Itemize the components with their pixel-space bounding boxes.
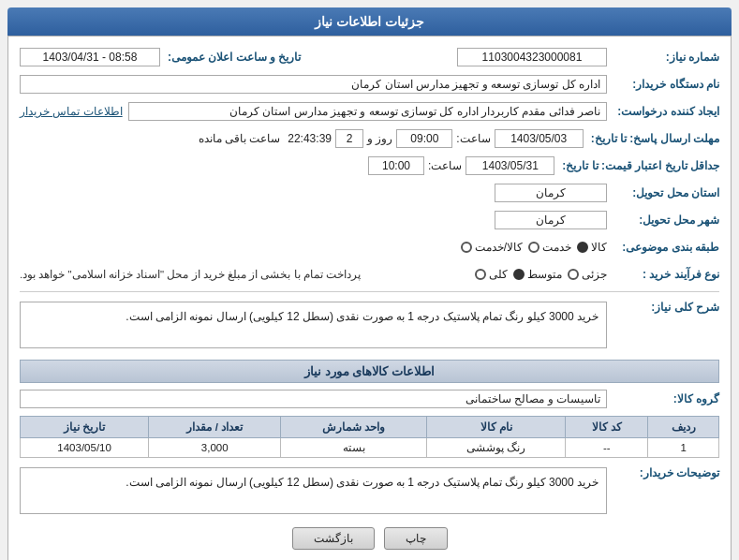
tabaqe-radio-kala[interactable]: کالا bbox=[577, 241, 607, 254]
shomara-niaz-label: شماره نیاز: bbox=[607, 51, 719, 64]
goods-table: ردیف کد کالا نام کالا واحد شمارش تعداد /… bbox=[20, 416, 719, 458]
jadval-date: 1403/05/31 bbox=[466, 156, 554, 175]
noe-radio-koli-label: کلی bbox=[489, 268, 508, 281]
tabaqe-radio-kala-khedmat[interactable]: کالا/خدمت bbox=[461, 241, 523, 254]
noe-radio-jozi-label: جزئی bbox=[582, 268, 607, 281]
tabaqe-label: طبقه بندی موضوعی: bbox=[607, 241, 719, 254]
nam-label: نام دستگاه خریدار: bbox=[607, 78, 719, 91]
tabaqe-radio-kala-khedmat-label: کالا/خدمت bbox=[475, 241, 523, 254]
tabaqe-options: کالا/خدمت خدمت کالا bbox=[20, 241, 607, 254]
tarikh-label: تاریخ و ساعت اعلان عمومی: bbox=[160, 51, 301, 64]
noe-radio-motevaset-label: متوسط bbox=[527, 268, 562, 281]
print-button[interactable]: چاپ bbox=[384, 527, 448, 550]
jadval-saat: 10:00 bbox=[368, 156, 424, 175]
shahr-value: کرمان bbox=[495, 211, 607, 229]
goods-table-section: ردیف کد کالا نام کالا واحد شمارش تعداد /… bbox=[20, 416, 719, 458]
tabaqe-circle-kala-khedmat bbox=[461, 242, 472, 253]
tozihat-value: خرید 3000 کیلو رنگ تمام پلاستیک درجه 1 ب… bbox=[20, 467, 607, 514]
shahr-label: شهر محل تحویل: bbox=[607, 214, 719, 227]
tabaqe-circle-kala bbox=[577, 242, 588, 253]
mohlat-mande-label: ساعت باقی مانده bbox=[195, 132, 285, 145]
col-tarikh: تاریخ نیاز bbox=[21, 417, 149, 438]
mohlat-label: مهلت ارسال پاسخ: تا تاریخ: bbox=[584, 132, 719, 145]
page-title: جزئیات اطلاعات نیاز bbox=[315, 14, 424, 29]
group-label: گروه کالا: bbox=[607, 392, 719, 405]
page-header: جزئیات اطلاعات نیاز bbox=[7, 7, 732, 36]
tarikh-value: 1403/04/31 - 08:58 bbox=[20, 48, 160, 66]
mohlat-saat-label: ساعت: bbox=[452, 132, 494, 145]
shomara-niaz-value: 1103004323000081 bbox=[457, 48, 607, 66]
button-area: چاپ بازگشت bbox=[20, 527, 719, 555]
noe-circle-koli bbox=[475, 269, 486, 280]
tabaqe-circle-khedmat bbox=[528, 242, 539, 253]
col-kod-kala: کد کالا bbox=[566, 417, 648, 438]
back-button[interactable]: بازگشت bbox=[292, 527, 375, 550]
mohlat-date: 1403/05/03 bbox=[495, 129, 584, 148]
col-vahed: واحد شمارش bbox=[281, 417, 427, 438]
mohlat-saat: 09:00 bbox=[396, 129, 452, 148]
ettelaat-kala-title: اطلاعات کالاهای مورد نیاز bbox=[20, 360, 719, 383]
mohlat-rooz-value: 2 bbox=[335, 129, 363, 148]
noe-radio-koli[interactable]: کلی bbox=[475, 268, 508, 281]
noe-circle-jozi bbox=[568, 269, 579, 280]
col-name-kala: نام کالا bbox=[427, 417, 566, 438]
jadval-label: جداقل تاریخ اعتبار قیمت: تا تاریخ: bbox=[554, 159, 719, 172]
tabaqe-radio-khedmat[interactable]: خدمت bbox=[528, 241, 571, 254]
nam-value: اداره کل توسازی توسعه و تجهیز مدارس استا… bbox=[20, 75, 607, 94]
tabaqe-radio-kala-label: کالا bbox=[591, 241, 607, 254]
tozihat-label: توضیحات خریدار: bbox=[607, 464, 719, 479]
jadval-saat-label: ساعت: bbox=[424, 159, 466, 172]
table-row: 1--رنگ پوششیبسته3,0001403/05/10 bbox=[21, 438, 719, 458]
sharh-niaz-label: شرح کلی نیاز: bbox=[607, 298, 719, 314]
ettelaat-tamas-link[interactable]: اطلاعات تماس خریدار bbox=[20, 105, 123, 118]
ostan-label: استان محل تحویل: bbox=[607, 186, 719, 199]
sharh-niaz-value: خرید 3000 کیلو رنگ تمام پلاستیک درجه 1 ب… bbox=[20, 302, 607, 348]
col-tedad: تعداد / مقدار bbox=[149, 417, 281, 438]
mohlat-rooz-label: روز و bbox=[363, 132, 396, 145]
group-value: تاسیسات و مصالح ساختمانی bbox=[20, 390, 607, 408]
noe-circle-motevaset bbox=[513, 269, 525, 280]
noe-note: پرداخت تمام با بخشی از مبلغ خرید از محل … bbox=[20, 268, 361, 281]
tabaqe-radio-khedmat-label: خدمت bbox=[542, 241, 571, 254]
noe-radio-motevaset[interactable]: متوسط bbox=[513, 268, 562, 281]
col-radif: ردیف bbox=[648, 417, 719, 438]
mohlat-mande-value: 22:43:39 bbox=[284, 132, 335, 145]
noe-radio-jozi[interactable]: جزئی bbox=[568, 268, 607, 281]
ijad-value: ناصر فدائی مقدم کاربردار اداره کل توسازی… bbox=[128, 102, 607, 121]
ostan-value: کرمان bbox=[495, 184, 607, 202]
noe-options: کلی متوسط جزئی bbox=[368, 268, 607, 281]
noe-label: نوع فرآیند خرید : bbox=[607, 268, 719, 281]
ijad-label: ایجاد کننده درخواست: bbox=[607, 105, 719, 118]
